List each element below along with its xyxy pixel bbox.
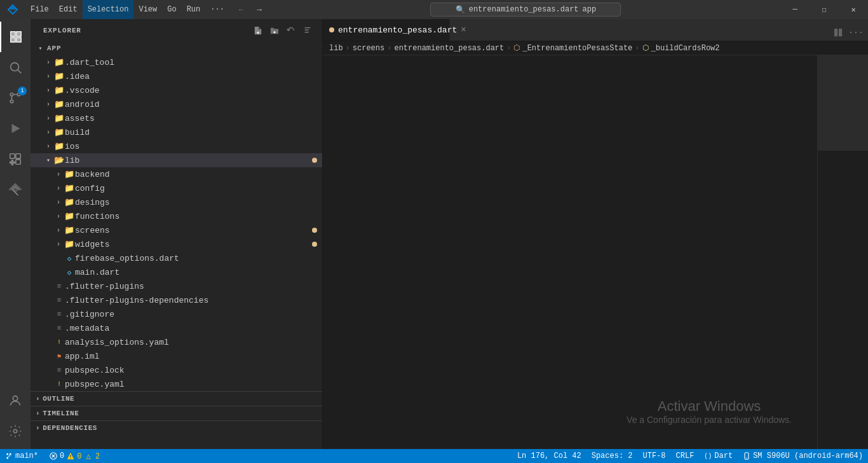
restore-button[interactable]: ☐	[810, 0, 839, 19]
tree-item-flutter-plugins[interactable]: › ≡ .flutter-plugins	[31, 279, 322, 293]
search-icon: 🔍	[456, 5, 465, 15]
folder-icon: 📁	[53, 71, 65, 81]
tree-root-app[interactable]: ▾ APP	[31, 41, 322, 55]
tree-item-label: main.dart	[75, 268, 322, 277]
breadcrumb-sep-3: ›	[506, 44, 511, 53]
svg-point-6	[10, 93, 13, 96]
tree-item-functions[interactable]: › 📁 functions	[31, 209, 322, 223]
svg-rect-12	[16, 160, 20, 164]
tree-item-gitignore[interactable]: › ≡ .gitignore	[31, 307, 322, 321]
nav-back-button[interactable]: ←	[233, 1, 250, 18]
language-status[interactable]: () Dart	[699, 452, 738, 460]
tree-item-build[interactable]: › 📁 build	[31, 125, 322, 139]
xml-file-icon: ⚑	[53, 352, 65, 361]
tree-item-assets[interactable]: › 📁 assets	[31, 111, 322, 125]
dependencies-header[interactable]: › DEPENDENCIES	[31, 421, 322, 435]
explorer-activity-icon[interactable]	[0, 22, 31, 52]
tree-item-ios[interactable]: › 📁 ios	[31, 139, 322, 153]
code-content[interactable]	[355, 55, 817, 449]
settings-activity-icon[interactable]	[0, 416, 31, 446]
extensions-activity-icon[interactable]	[0, 144, 31, 174]
breadcrumb: lib › screens › entrenamiento_pesas.dart…	[323, 41, 868, 55]
source-control-activity-icon[interactable]: 1	[0, 83, 31, 113]
svg-line-5	[18, 70, 21, 73]
dart-file-icon: ◇	[64, 254, 75, 263]
chevron-right-icon: ›	[43, 129, 53, 136]
status-bar-right: Ln 176, Col 42 Spaces: 2 UTF-8 CRLF () D…	[512, 452, 868, 460]
tree-item-pubspec-yaml[interactable]: › ! pubspec.yaml	[31, 377, 322, 391]
split-editor-button[interactable]	[830, 24, 846, 41]
file-icon: ≡	[53, 282, 65, 290]
tree-item-desings[interactable]: › 📁 desings	[31, 195, 322, 209]
tree-item-lib[interactable]: ▾ 📂 lib	[31, 153, 322, 167]
breadcrumb-method[interactable]: _buildCardsRow2	[651, 44, 720, 53]
tree-item-label: config	[75, 184, 322, 193]
encoding-status[interactable]: UTF-8	[638, 452, 671, 460]
tree-item-analysis-options[interactable]: › ! analysis_options.yaml	[31, 335, 322, 349]
line-ending-status[interactable]: CRLF	[671, 452, 700, 460]
tree-item-label: .vscode	[65, 86, 322, 95]
chevron-down-icon: ▾	[36, 45, 46, 52]
nav-forward-button[interactable]: →	[251, 1, 268, 18]
new-folder-button[interactable]	[268, 24, 281, 38]
tree-item-main-dart[interactable]: › ◇ main.dart	[31, 265, 322, 279]
outline-section: › OUTLINE	[31, 391, 322, 406]
menu-more[interactable]: ···	[205, 0, 229, 19]
warnings-label: 0 △ 2	[77, 452, 100, 461]
device-status[interactable]: SM S906U (android-arm64)	[738, 452, 868, 460]
svg-rect-10	[10, 154, 15, 158]
tree-item-metadata[interactable]: › ≡ .metadata	[31, 321, 322, 335]
tree-item-backend[interactable]: › 📁 backend	[31, 167, 322, 181]
errors-status[interactable]: 0 0 △ 2	[44, 449, 105, 463]
menu-run[interactable]: Run	[182, 0, 206, 19]
search-input-display[interactable]: 🔍 entrenamiento_pesas.dart app	[430, 3, 621, 17]
menu-go[interactable]: Go	[162, 0, 181, 19]
yaml-file-icon: !	[53, 380, 65, 388]
editor-area: entrenamiento_pesas.dart × ··· lib › scr…	[323, 19, 868, 449]
menu-selection[interactable]: Selection	[83, 0, 134, 19]
tree-item-idea[interactable]: › 📁 .idea	[31, 69, 322, 83]
tree-item-pubspec-lock[interactable]: › ≡ pubspec.lock	[31, 363, 322, 377]
breadcrumb-lib[interactable]: lib	[329, 44, 343, 53]
menu-view[interactable]: View	[133, 0, 162, 19]
breadcrumb-file[interactable]: entrenamiento_pesas.dart	[394, 44, 504, 53]
cursor-position-status[interactable]: Ln 176, Col 42	[512, 452, 587, 460]
tree-item-widgets[interactable]: › 📁 widgets	[31, 237, 322, 251]
accounts-activity-icon[interactable]	[0, 385, 31, 416]
tree-item-label: .idea	[65, 72, 322, 81]
new-file-button[interactable]	[251, 24, 265, 38]
tree-item-screens[interactable]: › 📁 screens	[31, 223, 322, 237]
more-actions-button[interactable]: ···	[848, 24, 864, 41]
search-activity-icon[interactable]	[0, 52, 31, 83]
folder-icon: 📁	[64, 211, 75, 221]
git-branch-status[interactable]: main*	[0, 449, 43, 463]
tab-entrenamiento-pesas[interactable]: entrenamiento_pesas.dart ×	[323, 19, 450, 41]
timeline-label: TIMELINE	[43, 410, 79, 417]
flutter-activity-icon[interactable]	[0, 174, 31, 205]
tree-item-flutter-plugins-dep[interactable]: › ≡ .flutter-plugins-dependencies	[31, 293, 322, 307]
tree-item-app-iml[interactable]: › ⚑ app.iml	[31, 349, 322, 363]
modified-dot	[312, 228, 317, 233]
breadcrumb-screens[interactable]: screens	[353, 44, 384, 53]
timeline-header[interactable]: › TIMELINE	[31, 406, 322, 420]
tree-item-firebase-options[interactable]: › ◇ firebase_options.dart	[31, 251, 322, 265]
folder-icon: 📁	[64, 225, 75, 235]
minimize-button[interactable]: ─	[780, 0, 810, 19]
tree-item-vscode[interactable]: › 📁 .vscode	[31, 83, 322, 97]
tree-item-config[interactable]: › 📁 config	[31, 181, 322, 195]
close-button[interactable]: ✕	[839, 0, 868, 19]
tab-close-button[interactable]: ×	[461, 25, 466, 35]
tree-item-android[interactable]: › 📁 android	[31, 97, 322, 111]
tree-item-dart-tool[interactable]: › 📁 .dart_tool	[31, 55, 322, 69]
dependencies-label: DEPENDENCIES	[43, 424, 97, 432]
outline-header[interactable]: › OUTLINE	[31, 392, 322, 406]
run-debug-activity-icon[interactable]	[0, 113, 31, 144]
menu-edit[interactable]: Edit	[54, 0, 83, 19]
collapse-all-button[interactable]	[301, 24, 315, 38]
minimap[interactable]	[817, 55, 868, 449]
breadcrumb-class[interactable]: _EntrenamientoPesasState	[522, 44, 632, 53]
indentation-status[interactable]: Spaces: 2	[587, 452, 638, 460]
refresh-button[interactable]	[284, 24, 298, 38]
folder-icon: 📁	[64, 197, 75, 207]
menu-file[interactable]: File	[25, 0, 54, 19]
